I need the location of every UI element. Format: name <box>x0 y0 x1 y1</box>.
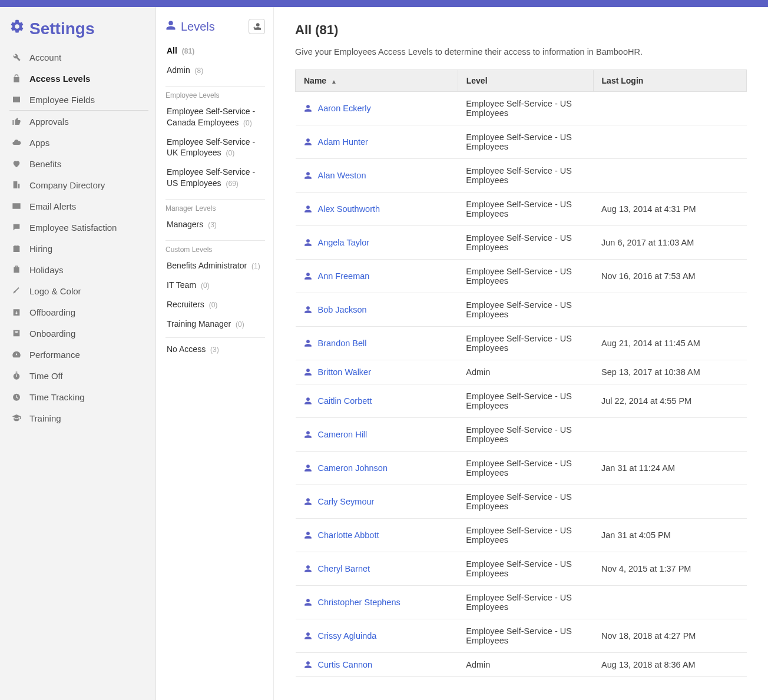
level-item-label: IT Team <box>167 280 196 290</box>
level-item-employee-self-service-us-employees[interactable]: Employee Self-Service - US Employees (69… <box>165 162 265 193</box>
employee-link[interactable]: Britton Walker <box>318 367 372 377</box>
employee-link[interactable]: Caitlin Corbett <box>318 396 372 406</box>
levels-section-title: Custom Levels <box>165 240 265 256</box>
employee-link[interactable]: Carly Seymour <box>318 497 375 506</box>
cell-level: Employee Self-Service - US Employees <box>458 485 593 519</box>
person-icon <box>304 339 312 347</box>
sidebar-item-apps[interactable]: Apps <box>9 132 148 153</box>
column-header-name[interactable]: Name ▲ <box>296 70 458 92</box>
cell-level: Employee Self-Service - US Employees <box>458 260 593 293</box>
employee-link[interactable]: Adam Hunter <box>318 137 368 147</box>
sidebar-item-label: Time Tracking <box>29 392 85 402</box>
level-item-all[interactable]: All (81) <box>165 41 265 61</box>
cell-last-login: Jan 31 at 11:24 AM <box>593 452 746 485</box>
level-item-label: Benefits Administrator <box>167 261 247 270</box>
sidebar-item-holidays[interactable]: Holidays <box>9 259 148 280</box>
employee-link[interactable]: Charlotte Abbott <box>318 530 379 540</box>
table-row: Cheryl BarnetEmployee Self-Service - US … <box>296 552 747 586</box>
level-item-managers[interactable]: Managers (3) <box>165 215 265 234</box>
cell-level: Admin <box>458 360 593 384</box>
employee-link[interactable]: Brandon Bell <box>318 339 367 348</box>
page-description: Give your Employees Access Levels to det… <box>295 47 747 57</box>
table-row: Ann FreemanEmployee Self-Service - US Em… <box>296 260 747 293</box>
sidebar-item-employee-fields[interactable]: Employee Fields <box>9 89 148 110</box>
sidebar-item-time-off[interactable]: Time Off <box>9 365 148 386</box>
sidebar-item-training[interactable]: Training <box>9 407 148 429</box>
sidebar-item-onboarding[interactable]: Onboarding <box>9 323 148 344</box>
levels-panel: Levels All (81)Admin (8)Employee LevelsE… <box>156 7 274 700</box>
column-header-last-login[interactable]: Last Login <box>593 70 746 92</box>
level-item-no-access[interactable]: No Access (3) <box>165 337 265 359</box>
employee-link[interactable]: Angela Taylor <box>318 238 370 247</box>
table-row: Charlotte AbbottEmployee Self-Service - … <box>296 519 747 552</box>
gears-icon <box>9 19 25 38</box>
table-row: Carly SeymourEmployee Self-Service - US … <box>296 485 747 519</box>
levels-title: Levels <box>165 20 215 34</box>
settings-title-text: Settings <box>29 19 94 38</box>
sidebar-item-offboarding[interactable]: Offboarding <box>9 301 148 323</box>
level-item-training-manager[interactable]: Training Manager (0) <box>165 314 265 334</box>
cell-level: Employee Self-Service - US Employees <box>458 552 593 586</box>
top-accent-bar <box>0 0 768 7</box>
sidebar-item-account[interactable]: Account <box>9 47 148 68</box>
cell-name: Carly Seymour <box>296 485 458 519</box>
employee-link[interactable]: Cameron Hill <box>318 430 368 439</box>
sidebar-item-access-levels[interactable]: Access Levels <box>9 68 148 89</box>
sidebar-item-time-tracking[interactable]: Time Tracking <box>9 386 148 407</box>
employee-link[interactable]: Aaron Eckerly <box>318 104 371 113</box>
sidebar-item-email-alerts[interactable]: Email Alerts <box>9 195 148 217</box>
level-item-benefits-administrator[interactable]: Benefits Administrator (1) <box>165 256 265 276</box>
table-row: Adam HunterEmployee Self-Service - US Em… <box>296 125 747 159</box>
employee-link[interactable]: Cheryl Barnet <box>318 564 370 573</box>
cell-level: Employee Self-Service - US Employees <box>458 519 593 552</box>
add-level-button[interactable] <box>249 19 265 34</box>
employee-link[interactable]: Christopher Stephens <box>318 598 400 607</box>
level-item-label: Employee Self-Service - US Employees <box>167 167 255 188</box>
sidebar-item-performance[interactable]: Performance <box>9 344 148 365</box>
sidebar-item-label: Holidays <box>29 265 64 275</box>
cell-name: Alex Southworth <box>296 193 458 226</box>
level-item-employee-self-service-uk-employees[interactable]: Employee Self-Service - UK Employees (0) <box>165 132 265 163</box>
column-header-level[interactable]: Level <box>458 70 593 92</box>
employee-link[interactable]: Alex Southworth <box>318 204 380 214</box>
cell-name: Christopher Stephens <box>296 586 458 619</box>
person-icon <box>304 368 312 376</box>
employee-link[interactable]: Bob Jackson <box>318 305 367 314</box>
sidebar-item-logo-color[interactable]: Logo & Color <box>9 280 148 301</box>
employee-link[interactable]: Ann Freeman <box>318 271 370 281</box>
level-item-it-team[interactable]: IT Team (0) <box>165 276 265 295</box>
thumbs-up-icon <box>11 116 22 127</box>
person-icon <box>304 397 312 405</box>
employee-link[interactable]: Alan Weston <box>318 171 366 180</box>
level-item-recruiters[interactable]: Recruiters (0) <box>165 295 265 314</box>
levels-section-list: Managers (3) <box>165 215 265 234</box>
cell-last-login <box>593 293 746 327</box>
cell-last-login: Nov 16, 2016 at 7:53 AM <box>593 260 746 293</box>
employee-link[interactable]: Crissy Agluinda <box>318 631 377 641</box>
cell-last-login <box>593 485 746 519</box>
cell-last-login: Nov 4, 2015 at 1:37 PM <box>593 552 746 586</box>
sidebar-item-label: Employee Satisfaction <box>29 223 117 233</box>
sidebar-item-company-directory[interactable]: Company Directory <box>9 174 148 195</box>
sidebar-item-employee-satisfaction[interactable]: Employee Satisfaction <box>9 217 148 238</box>
table-row: Crissy AgluindaEmployee Self-Service - U… <box>296 619 747 653</box>
cell-level: Employee Self-Service - US Employees <box>458 452 593 485</box>
cell-last-login: Jan 31 at 4:05 PM <box>593 519 746 552</box>
sidebar-item-approvals[interactable]: Approvals <box>9 110 148 132</box>
level-item-count: (69) <box>226 180 238 188</box>
employee-link[interactable]: Curtis Cannon <box>318 660 373 669</box>
level-item-employee-self-service-canada-employees[interactable]: Employee Self-Service - Canada Employees… <box>165 102 265 132</box>
cell-last-login <box>593 159 746 193</box>
cell-name: Adam Hunter <box>296 125 458 159</box>
lock-icon <box>11 73 22 84</box>
person-icon <box>304 531 312 539</box>
level-item-admin[interactable]: Admin (8) <box>165 61 265 80</box>
level-item-count: (81) <box>182 47 194 55</box>
wrench-icon <box>11 52 22 62</box>
cell-last-login <box>593 92 746 125</box>
employee-link[interactable]: Cameron Johnson <box>318 463 388 473</box>
cell-level: Employee Self-Service - US Employees <box>458 193 593 226</box>
sidebar-item-benefits[interactable]: Benefits <box>9 153 148 174</box>
table-row: Alan WestonEmployee Self-Service - US Em… <box>296 159 747 193</box>
sidebar-item-hiring[interactable]: Hiring <box>9 238 148 259</box>
